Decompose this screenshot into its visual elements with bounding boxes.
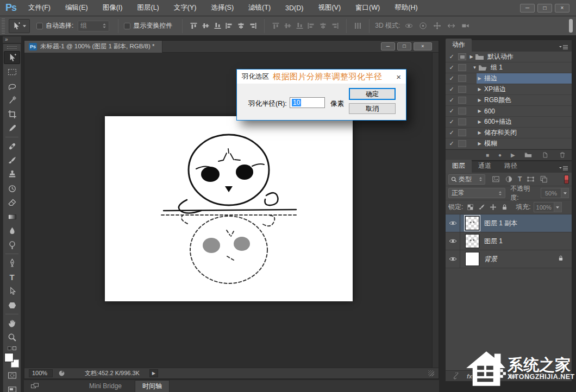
gradient-tool[interactable] — [4, 210, 20, 223]
new-layer-button[interactable] — [523, 372, 531, 380]
menu-filter[interactable]: 滤镜(T) — [248, 3, 271, 12]
eyedropper-tool[interactable] — [4, 122, 20, 135]
visibility-eye-icon[interactable] — [446, 232, 460, 250]
dialog-toggle[interactable] — [458, 129, 466, 136]
expand-icon[interactable]: ▶ — [476, 130, 483, 135]
lock-pixels-icon[interactable] — [478, 204, 485, 211]
3d-pan-icon[interactable] — [433, 22, 442, 30]
toggle-item-on-icon[interactable]: ✓ — [447, 75, 456, 82]
3d-slide-icon[interactable] — [447, 22, 456, 30]
toggle-item-on-icon[interactable]: ✓ — [447, 86, 456, 93]
dialog-toggle[interactable] — [458, 118, 466, 125]
toggle-item-on-icon[interactable]: ✓ — [447, 53, 456, 60]
delete-action-button[interactable] — [559, 151, 566, 159]
ok-button[interactable]: 确定 — [349, 88, 396, 100]
options-scroll-nub[interactable] — [569, 19, 573, 33]
filter-adjustment-layers-icon[interactable] — [505, 175, 513, 183]
layer-thumbnail[interactable] — [465, 216, 479, 230]
dialog-title-bar[interactable]: 羽化选区 根据图片分辨率调整羽化半径 × — [237, 69, 406, 84]
toolbar-collapse-button[interactable]: » — [3, 36, 21, 43]
action-row-selected[interactable]: ✓ ▶ 描边 — [446, 73, 572, 84]
distribute-horizontal-centers-icon[interactable] — [319, 22, 327, 29]
action-row[interactable]: ✓ ▶ 600+描边 — [446, 117, 572, 128]
marquee-tool[interactable] — [4, 65, 20, 78]
move-tool[interactable] — [4, 51, 20, 64]
auto-select-checkbox[interactable] — [36, 23, 43, 29]
fill-control[interactable]: 100% — [534, 202, 562, 212]
layer-style-button[interactable]: fx — [467, 373, 472, 380]
align-vertical-centers-icon[interactable] — [202, 22, 210, 29]
action-row[interactable]: ✓ ▶ 储存和关闭 — [446, 128, 572, 138]
layer-row-selected[interactable]: 图层 1 副本 — [446, 214, 572, 232]
menu-file[interactable]: 文件(F) — [28, 3, 51, 12]
action-label[interactable]: 600+描边 — [484, 117, 512, 127]
new-set-button[interactable] — [524, 151, 532, 159]
screen-mode-button[interactable] — [4, 383, 20, 392]
dialog-toggle[interactable] — [458, 75, 466, 82]
vertical-scrollbar[interactable] — [432, 53, 439, 368]
expand-icon[interactable]: ▶ — [476, 87, 483, 92]
menu-type[interactable]: 文字(Y) — [174, 3, 197, 12]
opacity-caret[interactable] — [561, 188, 569, 198]
lock-position-icon[interactable] — [490, 204, 497, 211]
status-options-button[interactable]: ▶ — [149, 369, 158, 377]
align-bottom-edges-icon[interactable] — [214, 22, 222, 29]
action-row[interactable]: ✓ ▶ RGB颜色 — [446, 95, 572, 106]
toggle-item-on-icon[interactable]: ✓ — [447, 64, 456, 71]
blend-mode-dropdown[interactable]: 正常 — [448, 188, 505, 198]
dialog-close-icon[interactable]: × — [396, 73, 401, 81]
action-label[interactable]: XP描边 — [484, 85, 506, 94]
layer-name[interactable]: 背景 — [484, 255, 497, 264]
align-right-edges-icon[interactable] — [249, 22, 257, 29]
menu-3d[interactable]: 3D(D) — [285, 4, 303, 12]
3d-camera-icon[interactable] — [461, 22, 470, 30]
magic-wand-tool[interactable] — [4, 93, 20, 106]
doc-minimize-button[interactable]: ─ — [381, 42, 395, 50]
collapse-icon[interactable]: ▼ — [471, 65, 478, 70]
action-set-label[interactable]: 组 1 — [491, 63, 503, 72]
color-swatches[interactable] — [5, 353, 19, 368]
distribute-top-icon[interactable] — [272, 22, 280, 29]
expand-icon[interactable]: ▶ — [476, 109, 483, 113]
menu-edit[interactable]: 编辑(E) — [65, 3, 88, 12]
eraser-tool[interactable] — [4, 196, 20, 209]
feather-radius-input[interactable]: 10 — [290, 97, 325, 108]
auto-select-dropdown[interactable]: 组 — [78, 21, 109, 31]
current-tool-button[interactable] — [9, 19, 30, 33]
filter-type-dropdown[interactable]: 类型 — [448, 174, 485, 185]
tab-layers[interactable]: 图层 — [446, 160, 472, 173]
expand-icon[interactable]: ▶ — [468, 54, 475, 59]
tab-timeline[interactable]: 时间轴 — [135, 380, 170, 392]
dialog-toggle[interactable] — [458, 108, 466, 115]
visibility-eye-icon[interactable] — [446, 250, 460, 268]
minimize-button[interactable]: ─ — [520, 4, 535, 12]
dialog-toggle[interactable] — [458, 97, 466, 104]
action-row[interactable]: ✓ ▶ 模糊 — [446, 138, 572, 149]
distribute-left-icon[interactable] — [307, 22, 315, 29]
doc-close-button[interactable]: × — [414, 42, 432, 50]
3d-rotate-icon[interactable] — [404, 22, 414, 30]
panel-menu-icon[interactable] — [559, 45, 568, 52]
filter-on-toggle[interactable] — [564, 175, 569, 184]
menu-image[interactable]: 图像(I) — [103, 3, 123, 12]
layer-thumbnail[interactable] — [465, 252, 479, 266]
visibility-eye-icon[interactable] — [446, 214, 460, 232]
action-row[interactable]: ✓ ▶ 600 — [446, 106, 572, 117]
default-swap-colors[interactable] — [8, 345, 16, 351]
action-set-label[interactable]: 默认动作 — [487, 52, 514, 61]
action-label[interactable]: 储存和关闭 — [484, 128, 517, 137]
foreground-color-swatch[interactable] — [5, 353, 13, 362]
action-set-row[interactable]: ✓ ▶ 默认动作 — [446, 52, 572, 62]
menu-select[interactable]: 选择(S) — [211, 3, 234, 12]
distribute-spacing-icon[interactable] — [354, 22, 362, 29]
toggle-item-on-icon[interactable]: ✓ — [447, 97, 456, 104]
layer-row[interactable]: 图层 1 — [446, 232, 572, 250]
menu-view[interactable]: 视图(V) — [318, 3, 341, 12]
align-top-edges-icon[interactable] — [190, 22, 198, 29]
fill-caret[interactable] — [554, 202, 562, 212]
shape-tool[interactable] — [4, 299, 20, 312]
tab-channels[interactable]: 通道 — [472, 160, 498, 173]
link-layers-button[interactable] — [452, 372, 460, 380]
adjustment-layer-button[interactable] — [494, 372, 502, 380]
dodge-tool[interactable] — [4, 238, 20, 251]
